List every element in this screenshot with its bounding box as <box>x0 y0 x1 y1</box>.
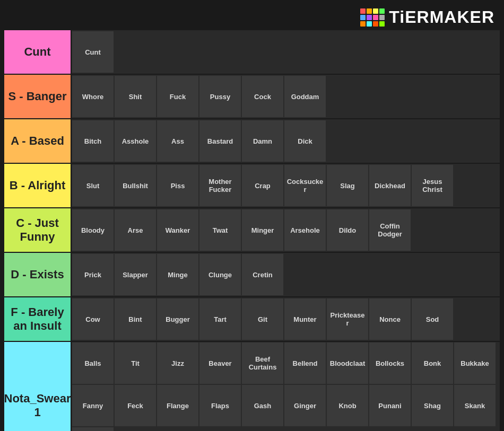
tier-label-nota-swear: Nota_Swear 1 <box>4 342 71 431</box>
tier-item: Munter <box>284 298 326 340</box>
tier-item: Slapper <box>114 253 157 296</box>
logo-cell <box>360 15 366 20</box>
tier-item: Ginger <box>284 384 326 427</box>
tier-item: Bukkake <box>454 342 496 384</box>
tier-item: Slag <box>326 164 369 207</box>
tier-item: Asshole <box>114 120 157 162</box>
tier-item: Bloodclaat <box>326 342 369 384</box>
tier-items-c-just-funny: BloodyArseWankerTwatMingerArseholeDildoC… <box>71 208 500 252</box>
tier-row-nota-swear: Nota_Swear 1BallsTitJizzBeaverBeef Curta… <box>4 342 500 431</box>
tier-item: Jesus Christ <box>411 164 454 207</box>
tier-items-a-based: BitchAssholeAssBastardDamnDick <box>71 119 500 163</box>
logo-cell <box>373 15 378 20</box>
tier-item: Shag <box>411 384 454 427</box>
tier-item: Beef Curtains <box>241 342 284 384</box>
tier-item: Jizz <box>157 342 199 384</box>
logo-cell <box>360 21 366 27</box>
tier-items-d-exists: PrickSlapperMingeClungeCretin <box>71 253 500 296</box>
tier-item: Feck <box>114 384 157 427</box>
tier-item: Bollocks <box>369 342 411 384</box>
logo-text: TiERMAKER <box>389 7 494 27</box>
tier-items-cunt: Cunt <box>71 30 500 74</box>
tier-item: Knob <box>326 384 369 427</box>
tier-item: Ass <box>157 120 199 162</box>
tier-label-b-alright: B - Alright <box>4 164 71 207</box>
tier-item: Bellend <box>284 342 326 384</box>
tier-item: Cunt <box>72 31 114 73</box>
tier-list: CuntCuntS - BangerWhoreShitFuckPussyCock… <box>4 30 500 431</box>
tier-item: Arse <box>114 209 157 251</box>
tier-item: Damn <box>241 120 284 162</box>
tier-item: Tart <box>199 298 241 340</box>
tier-item: Clunge <box>199 253 241 296</box>
tier-label-s-banger: S - Banger <box>4 75 71 118</box>
tier-item: Cretin <box>241 253 284 296</box>
tier-item: Bugger <box>157 298 199 340</box>
tier-item: Coffin Dodger <box>369 209 411 251</box>
tier-row-a-based: A - BasedBitchAssholeAssBastardDamnDick <box>4 119 500 163</box>
tier-items-f-barely: CowBintBuggerTartGitMunterPrickteaserNon… <box>71 297 500 341</box>
tier-label-a-based: A - Based <box>4 119 71 163</box>
tier-label-d-exists: D - Exists <box>4 253 71 296</box>
tier-item: Gash <box>241 384 284 427</box>
tier-item: Wanker <box>157 209 199 251</box>
logo-cell <box>367 21 372 27</box>
tier-item: Fanny <box>72 384 114 427</box>
tier-row-cunt: CuntCunt <box>4 30 500 74</box>
logo-cell <box>367 8 372 14</box>
tier-item: Cocksucker <box>284 164 326 207</box>
tier-label-f-barely: F - Barely an Insult <box>4 297 71 341</box>
tier-item: Pussy <box>199 75 241 118</box>
tier-item: Crap <box>241 164 284 207</box>
tier-item: Dick <box>284 120 326 162</box>
tier-row-f-barely: F - Barely an InsultCowBintBuggerTartGit… <box>4 297 500 341</box>
main-container: TiERMAKER CuntCuntS - BangerWhoreShitFuc… <box>0 0 504 431</box>
tier-item: Minge <box>157 253 199 296</box>
tier-item: Slut <box>72 164 114 207</box>
tier-item: Flaps <box>199 384 241 427</box>
tier-item: Goddam <box>284 75 326 118</box>
tier-item: Prick <box>72 253 114 296</box>
logo-cell <box>367 15 372 20</box>
tier-item: Arsehole <box>284 209 326 251</box>
logo: TiERMAKER <box>360 7 494 27</box>
tier-item: Flange <box>157 384 199 427</box>
tier-item: Balls <box>72 342 114 384</box>
tier-item: Punani <box>369 384 411 427</box>
tier-row-d-exists: D - ExistsPrickSlapperMingeClungeCretin <box>4 253 500 296</box>
tier-item: Sod <box>411 298 454 340</box>
tier-items-b-alright: SlutBullshitPissMother FuckerCrapCocksuc… <box>71 164 500 207</box>
logo-cell <box>373 21 378 27</box>
tier-item: Beaver <box>199 342 241 384</box>
tier-item: Skank <box>454 384 496 427</box>
tier-item: Prickteaser <box>326 298 369 340</box>
tier-items-nota-swear: BallsTitJizzBeaverBeef CurtainsBellendBl… <box>71 342 500 431</box>
header: TiERMAKER <box>4 4 500 30</box>
tier-item: Mother Fucker <box>199 164 241 207</box>
tier-item: Bastard <box>199 120 241 162</box>
tier-item: Twat <box>199 209 241 251</box>
tier-item: Shit <box>114 75 157 118</box>
tier-item: Bint <box>114 298 157 340</box>
logo-cell <box>360 8 366 14</box>
tier-item: Snatch <box>72 427 114 431</box>
tier-row-s-banger: S - BangerWhoreShitFuckPussyCockGoddam <box>4 75 500 118</box>
tier-row-c-just-funny: C - Just FunnyBloodyArseWankerTwatMinger… <box>4 208 500 252</box>
logo-cell <box>379 8 385 14</box>
tier-label-c-just-funny: C - Just Funny <box>4 208 71 252</box>
tier-item: Git <box>241 298 284 340</box>
tier-item: Bonk <box>411 342 454 384</box>
tier-item: Bloody <box>72 209 114 251</box>
tier-item: Fuck <box>157 75 199 118</box>
tier-item: Piss <box>157 164 199 207</box>
tier-item: Whore <box>72 75 114 118</box>
tier-row-b-alright: B - AlrightSlutBullshitPissMother Fucker… <box>4 164 500 207</box>
tier-item: Tit <box>114 342 157 384</box>
logo-cell <box>379 15 385 20</box>
logo-cell <box>379 21 385 27</box>
tier-item: Cock <box>241 75 284 118</box>
tier-label-cunt: Cunt <box>4 30 71 74</box>
tier-item: Bitch <box>72 120 114 162</box>
tier-item: Bullshit <box>114 164 157 207</box>
tier-item: Cow <box>72 298 114 340</box>
